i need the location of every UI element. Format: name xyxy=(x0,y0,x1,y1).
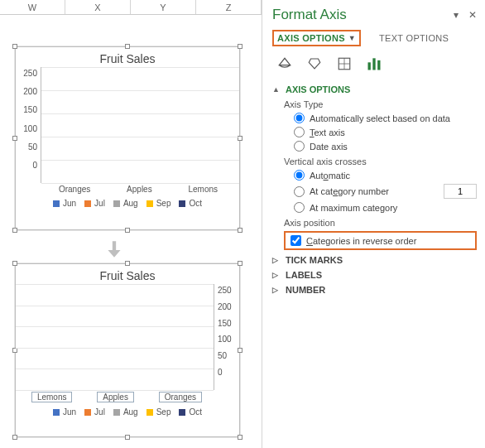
effects-icon[interactable] xyxy=(305,55,324,73)
resize-handle[interactable] xyxy=(12,228,17,233)
x-axis[interactable]: OrangesApplesLemons xyxy=(16,183,239,195)
col-header[interactable]: W xyxy=(0,0,65,14)
arrow-down-icon xyxy=(103,238,125,260)
chart-title[interactable]: Fruit Sales xyxy=(16,264,239,284)
icon-row xyxy=(272,55,477,73)
svg-rect-2 xyxy=(372,58,375,70)
column-header-row: W X Y Z xyxy=(0,0,262,15)
close-icon[interactable]: ✕ xyxy=(468,9,477,21)
label-axis-position: Axis position xyxy=(284,218,477,228)
col-header[interactable]: X xyxy=(65,0,131,14)
checkbox-categories-reverse[interactable]: Categories in reverse order xyxy=(284,231,477,250)
category-number-input[interactable] xyxy=(444,184,477,199)
legend[interactable]: JunJulAugSepOct xyxy=(16,195,239,211)
resize-handle[interactable] xyxy=(238,228,242,233)
y-axis[interactable]: 250200150100500 xyxy=(214,284,239,390)
label-vertical-axis-crosses: Vertical axis crosses xyxy=(284,157,477,166)
resize-handle[interactable] xyxy=(238,435,242,440)
fill-line-icon[interactable] xyxy=(276,55,294,73)
radio-date-axis[interactable]: Date axis xyxy=(294,141,477,152)
resize-handle[interactable] xyxy=(125,44,130,49)
resize-handle[interactable] xyxy=(125,435,130,440)
section-number[interactable]: ▷NUMBER xyxy=(272,285,477,295)
section-axis-options[interactable]: ▲AXIS OPTIONS xyxy=(272,84,477,94)
resize-handle[interactable] xyxy=(238,44,242,49)
radio-vac-at-max[interactable]: At maximum category xyxy=(294,202,477,213)
x-axis[interactable]: LemonsApplesOranges xyxy=(16,390,239,404)
chart-fruit-sales-1[interactable]: Fruit Sales 250200150100500 OrangesApple… xyxy=(15,46,240,230)
tab-text-options[interactable]: TEXT OPTIONS xyxy=(376,30,452,46)
y-axis[interactable]: 250200150100500 xyxy=(16,67,41,183)
chevron-down-icon: ▼ xyxy=(348,34,356,42)
svg-rect-1 xyxy=(368,62,371,70)
spreadsheet-area: W X Y Z Fruit Sales 250200150100500 Oran… xyxy=(0,0,262,448)
resize-handle[interactable] xyxy=(125,261,130,266)
option-tabs: AXIS OPTIONS▼ TEXT OPTIONS xyxy=(272,30,477,46)
col-header[interactable]: Y xyxy=(131,0,196,14)
section-tick-marks[interactable]: ▷TICK MARKS xyxy=(272,255,477,265)
legend[interactable]: JunJulAugSepOct xyxy=(16,404,239,420)
plot xyxy=(16,284,214,390)
col-header[interactable]: Z xyxy=(196,0,262,14)
radio-text-axis[interactable]: Text axis xyxy=(294,127,477,137)
pane-header: Format Axis ▾ ✕ xyxy=(272,7,477,23)
radio-vac-automatic[interactable]: Automatic xyxy=(294,170,477,181)
plot xyxy=(41,67,239,183)
format-axis-pane: Format Axis ▾ ✕ AXIS OPTIONS▼ TEXT OPTIO… xyxy=(262,0,485,448)
axis-options-icon[interactable] xyxy=(365,55,383,73)
svg-rect-3 xyxy=(377,60,380,70)
plot-area: 250200150100500 xyxy=(16,67,239,183)
size-properties-icon[interactable] xyxy=(335,55,353,73)
section-labels[interactable]: ▷LABELS xyxy=(272,270,477,280)
resize-handle[interactable] xyxy=(12,435,17,440)
label-axis-type: Axis Type xyxy=(284,99,477,109)
resize-handle[interactable] xyxy=(12,44,17,49)
resize-handle[interactable] xyxy=(125,228,130,233)
dropdown-icon[interactable]: ▾ xyxy=(454,9,459,21)
resize-handle[interactable] xyxy=(12,261,17,266)
tab-axis-options[interactable]: AXIS OPTIONS▼ xyxy=(272,30,361,46)
chart-title[interactable]: Fruit Sales xyxy=(16,47,239,67)
resize-handle[interactable] xyxy=(12,136,17,141)
pane-title: Format Axis xyxy=(272,7,347,23)
chart-fruit-sales-2[interactable]: Fruit Sales 250200150100500 LemonsApples… xyxy=(15,263,240,437)
resize-handle[interactable] xyxy=(238,348,242,353)
radio-vac-at-category[interactable]: At category number xyxy=(294,184,477,199)
plot-area: 250200150100500 xyxy=(16,284,239,390)
resize-handle[interactable] xyxy=(238,261,242,266)
radio-auto-select[interactable]: Automatically select based on data xyxy=(294,113,477,123)
